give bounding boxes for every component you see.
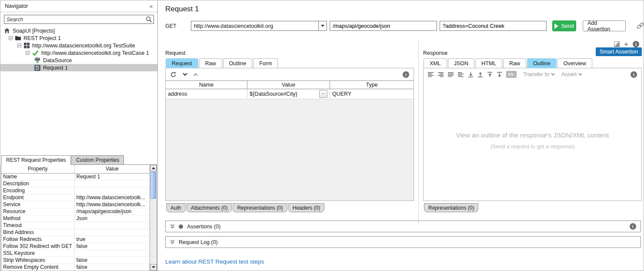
parameter-row[interactable]: address ${DataSource#City} QUERY bbox=[166, 89, 414, 99]
maximize-panel-icon[interactable] bbox=[614, 41, 620, 47]
column-header-property: Property bbox=[1, 165, 74, 173]
column-header-type: Type bbox=[330, 81, 414, 89]
scroll-up-icon[interactable] bbox=[150, 165, 157, 171]
properties-table: Property Value NameRequest 1 Description… bbox=[1, 165, 150, 271]
request-log-bar[interactable]: Request Log (0) bbox=[165, 236, 641, 248]
tab-overview[interactable]: Overview bbox=[557, 58, 592, 68]
tab-form[interactable]: Form bbox=[253, 58, 278, 68]
tab-json[interactable]: JSON bbox=[448, 58, 474, 68]
table-row[interactable]: Timeout bbox=[1, 222, 150, 229]
resource-path-field[interactable] bbox=[330, 21, 437, 31]
request-pane-label: Request bbox=[165, 50, 186, 56]
arrow-down-to-bar-icon[interactable] bbox=[468, 72, 474, 77]
chevron-down-icon bbox=[578, 73, 582, 76]
chevron-down-icon[interactable] bbox=[318, 21, 327, 30]
tree-item-workspace[interactable]: SoapUI [Projects] bbox=[0, 27, 157, 34]
table-row[interactable]: Resource/maps/api/geocode/json bbox=[1, 208, 150, 215]
link-chain-icon[interactable] bbox=[636, 22, 644, 30]
response-placeholder: View an outline of the response's JSON/X… bbox=[424, 80, 641, 201]
smart-assertion-button[interactable]: Smart Assertion bbox=[596, 47, 642, 56]
close-icon[interactable]: × bbox=[149, 3, 153, 10]
outline-lines-icon[interactable] bbox=[438, 72, 444, 77]
param-name: address bbox=[166, 89, 247, 99]
info-icon[interactable] bbox=[633, 41, 639, 47]
tab-raw[interactable]: Raw bbox=[199, 58, 222, 68]
tab-raw[interactable]: Raw bbox=[503, 58, 526, 68]
chevron-up-icon[interactable] bbox=[194, 73, 198, 76]
empty-parameter-area bbox=[166, 99, 414, 201]
collapse-toggle-icon[interactable] bbox=[26, 51, 30, 55]
table-row[interactable]: Endpointhttp://www.datasciencetoolk... bbox=[1, 194, 150, 201]
table-row[interactable]: MethodJson bbox=[1, 215, 150, 222]
tab-html[interactable]: HTML bbox=[475, 58, 502, 68]
tree-item-request-selected[interactable]: RE ST Request 1 bbox=[0, 64, 157, 71]
scroll-down-icon[interactable] bbox=[150, 264, 157, 271]
tree-item-testsuite[interactable]: http://www.datasciencetoolkit.org TestSu… bbox=[0, 42, 157, 49]
table-row[interactable]: Follow Redirectstrue bbox=[1, 236, 150, 243]
learn-about-link[interactable]: Learn about REST Request test steps bbox=[165, 258, 264, 265]
arrow-up-from-bar-icon[interactable] bbox=[477, 72, 483, 77]
tree-item-datasource[interactable]: DataSource bbox=[0, 57, 157, 64]
transfer-to-dropdown[interactable]: Transfer to bbox=[523, 71, 555, 77]
collapse-toggle-icon[interactable] bbox=[17, 43, 21, 47]
arrow-down-from-bar-icon[interactable] bbox=[497, 72, 502, 77]
vertical-scrollbar[interactable] bbox=[150, 165, 157, 271]
table-row[interactable]: Servicehttp://www.datasciencetoolk... bbox=[1, 201, 150, 208]
tab-representations[interactable]: Representations (0) bbox=[424, 203, 478, 212]
info-icon[interactable] bbox=[403, 71, 409, 78]
tab-representations[interactable]: Representations (0) bbox=[233, 203, 287, 212]
table-row[interactable]: Remove Empty Contentfalse bbox=[1, 264, 150, 271]
home-icon bbox=[4, 28, 10, 33]
double-chevron-down-icon[interactable] bbox=[170, 224, 175, 229]
collapse-toggle-icon[interactable] bbox=[9, 36, 13, 40]
table-row[interactable]: Bind Address bbox=[1, 229, 150, 236]
tree-item-label: Request 1 bbox=[43, 65, 68, 71]
table-row[interactable]: Strip Whitespacesfalse bbox=[1, 257, 150, 264]
endpoint-select[interactable]: http://www.datasciencetoolkit.org bbox=[191, 21, 327, 31]
tab-attachments[interactable]: Attachments (0) bbox=[187, 203, 232, 212]
tree-item-testcase[interactable]: http://www.datasciencetoolkit.org TestCa… bbox=[0, 49, 157, 57]
tab-request[interactable]: Request bbox=[166, 58, 198, 68]
assertions-bar[interactable]: Assertions (0) bbox=[165, 221, 641, 232]
tab-custom-properties[interactable]: Custom Properties bbox=[71, 155, 124, 165]
ellipsis-button[interactable] bbox=[319, 90, 327, 98]
datasource-icon bbox=[34, 57, 40, 64]
table-row[interactable]: NameRequest 1 bbox=[1, 173, 150, 180]
search-input[interactable] bbox=[4, 15, 154, 24]
chevron-down-icon[interactable] bbox=[183, 73, 187, 76]
query-string-field[interactable] bbox=[440, 21, 547, 31]
column-header-name: Name bbox=[166, 81, 247, 89]
send-button[interactable]: Send bbox=[552, 20, 576, 31]
tree-item-project[interactable]: REST Project 1 bbox=[0, 34, 157, 42]
arrow-up-to-bar-icon[interactable] bbox=[487, 72, 493, 77]
double-chevron-down-icon[interactable] bbox=[170, 240, 175, 244]
pane-splitter[interactable] bbox=[414, 43, 423, 212]
info-icon[interactable] bbox=[631, 71, 637, 78]
assert-dropdown[interactable]: Assert bbox=[561, 71, 582, 77]
tab-xml[interactable]: XML bbox=[424, 58, 447, 68]
placeholder-subtitle: (Send a request to get a response) bbox=[491, 144, 574, 150]
tab-headers[interactable]: Headers (0) bbox=[288, 203, 324, 212]
table-row[interactable]: Encoding bbox=[1, 187, 150, 194]
navigator-title: Navigator bbox=[5, 3, 28, 9]
add-icon[interactable] bbox=[624, 40, 628, 48]
table-row[interactable]: Description bbox=[1, 180, 150, 187]
xsi-toggle-button[interactable]: XS: bbox=[506, 71, 517, 78]
table-row[interactable]: Follow 302 Redirect with GETfalse bbox=[1, 243, 150, 250]
refresh-icon[interactable] bbox=[170, 71, 177, 78]
outline-lines-icon[interactable] bbox=[428, 72, 434, 77]
outline-lines-icon[interactable] bbox=[448, 72, 454, 77]
info-icon[interactable] bbox=[630, 223, 636, 230]
page-title: Request 1 bbox=[165, 5, 644, 13]
request-pane: Request Request Raw Outline Form bbox=[165, 43, 414, 212]
table-row[interactable]: SSL Keystore bbox=[1, 250, 150, 257]
tab-auth[interactable]: Auth bbox=[166, 203, 186, 212]
outline-lines-icon[interactable] bbox=[458, 72, 464, 77]
scrollbar-thumb[interactable] bbox=[150, 172, 156, 199]
chevron-down-icon bbox=[551, 73, 555, 76]
add-assertion-button[interactable]: Add Assertion bbox=[583, 20, 626, 31]
tab-rest-request-properties[interactable]: REST Request Properties bbox=[1, 155, 71, 165]
tab-outline[interactable]: Outline bbox=[223, 58, 253, 68]
tab-outline[interactable]: Outline bbox=[527, 58, 557, 68]
play-icon bbox=[554, 23, 558, 29]
